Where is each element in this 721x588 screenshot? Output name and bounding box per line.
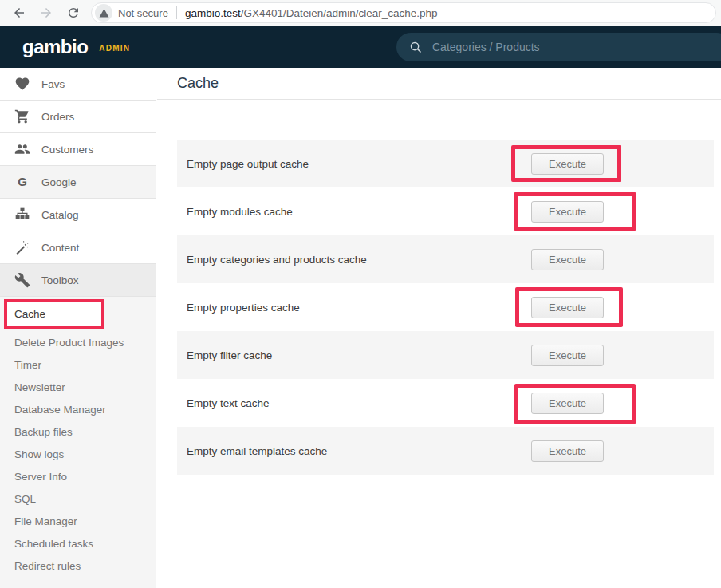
global-search[interactable] — [396, 33, 721, 61]
admin-header: gambio ADMIN — [0, 26, 721, 68]
screen: Not secure gambio.test/GX4401/Dateien/ad… — [0, 0, 721, 588]
sidebar-item-show-logs[interactable]: Show logs — [0, 444, 156, 466]
sidebar-item-cache-highlighted[interactable]: Cache — [4, 299, 104, 329]
sidebar-item-timer[interactable]: Timer — [0, 354, 156, 377]
heart-icon — [14, 76, 30, 92]
sidebar-item-google[interactable]: G Google — [0, 166, 156, 199]
cache-row-page-output: Empty page output cache Execute — [177, 140, 714, 187]
sidebar-item-database-manager[interactable]: Database Manager — [0, 399, 156, 421]
cache-row-filter: Empty filter cache Execute — [177, 331, 714, 379]
browser-toolbar: Not secure gambio.test/GX4401/Dateien/ad… — [0, 0, 721, 26]
url-separator — [176, 6, 177, 19]
execute-button-page-output[interactable]: Execute — [531, 153, 604, 175]
sidebar-item-scheduled-tasks[interactable]: Scheduled tasks — [0, 533, 156, 555]
magic-wand-icon — [14, 239, 30, 255]
execute-button-categories-products[interactable]: Execute — [531, 249, 604, 270]
gambio-logo: gambio — [22, 36, 88, 58]
main-content: Cache Empty page output cache Execute Em… — [157, 68, 721, 588]
cart-icon — [14, 109, 30, 124]
sidebar-item-label: Content — [41, 242, 79, 254]
cache-actions-list: Empty page output cache Execute Empty mo… — [177, 140, 714, 475]
sidebar-item-redirect-rules[interactable]: Redirect rules — [0, 555, 156, 578]
forward-icon[interactable] — [38, 5, 54, 21]
sidebar-item-orders[interactable]: Orders — [0, 101, 156, 133]
wrench-icon — [14, 272, 30, 288]
sidebar-item-file-manager[interactable]: File Manager — [0, 511, 156, 533]
customers-icon — [14, 141, 30, 157]
search-input[interactable] — [432, 41, 672, 53]
execute-button-filter[interactable]: Execute — [531, 345, 604, 366]
execute-button-email-templates[interactable]: Execute — [531, 440, 604, 462]
sidebar-item-label: Cache — [14, 308, 45, 320]
page-header: Cache — [157, 68, 721, 100]
sidebar-item-toolbox[interactable]: Toolbox — [0, 264, 156, 297]
back-icon[interactable] — [11, 5, 27, 21]
sidebar-item-label: Catalog — [41, 209, 79, 221]
sidebar-item-delete-product-images[interactable]: Delete Product Images — [0, 332, 156, 354]
cache-row-label: Empty filter cache — [187, 349, 531, 361]
submenu-list: Delete Product Images Timer Newsletter D… — [0, 332, 156, 578]
sidebar-item-backup-files[interactable]: Backup files — [0, 421, 156, 444]
cache-row-label: Empty modules cache — [187, 206, 531, 218]
sidebar-item-customers[interactable]: Customers — [0, 133, 156, 166]
cache-row-modules: Empty modules cache Execute — [177, 187, 714, 235]
sidebar: Favs Orders Customers G Google Catalog C… — [0, 68, 156, 588]
url-host: gambio.test — [185, 7, 241, 19]
execute-button-modules[interactable]: Execute — [531, 201, 604, 223]
sidebar-item-newsletter[interactable]: Newsletter — [0, 377, 156, 399]
svg-text:G: G — [18, 175, 27, 188]
url-text: gambio.test/GX4401/Dateien/admin/clear_c… — [185, 7, 438, 19]
browser-nav-icons — [0, 5, 91, 21]
not-secure-warning-icon[interactable] — [95, 4, 112, 22]
execute-button-text[interactable]: Execute — [531, 393, 604, 414]
cache-row-text: Empty text cache Execute — [177, 379, 714, 427]
cache-row-label: Empty email templates cache — [187, 445, 531, 457]
sidebar-item-content[interactable]: Content — [0, 231, 156, 264]
cache-row-email-templates: Empty email templates cache Execute — [177, 427, 714, 475]
search-icon — [409, 41, 423, 54]
address-bar[interactable]: Not secure gambio.test/GX4401/Dateien/ad… — [91, 2, 716, 23]
google-icon: G — [14, 174, 30, 190]
cache-row-label: Empty categories and products cache — [187, 254, 531, 266]
sidebar-item-label: Customers — [41, 144, 93, 156]
cache-row-categories-products: Empty categories and products cache Exec… — [177, 235, 714, 283]
sidebar-item-label: Orders — [41, 111, 74, 123]
cache-row-label: Empty page output cache — [187, 158, 531, 170]
page-title: Cache — [177, 75, 219, 92]
execute-button-properties[interactable]: Execute — [531, 297, 604, 318]
catalog-tree-icon — [14, 207, 30, 223]
cache-row-label: Empty properties cache — [187, 302, 531, 314]
sidebar-item-label: Google — [41, 176, 77, 188]
sidebar-item-catalog[interactable]: Catalog — [0, 199, 156, 231]
logo-wrap[interactable]: gambio ADMIN — [22, 26, 130, 68]
refresh-icon[interactable] — [65, 5, 81, 21]
sidebar-item-favs[interactable]: Favs — [0, 68, 156, 101]
url-path: /GX4401/Dateien/admin/clear_cache.php — [241, 7, 438, 19]
sidebar-item-label: Favs — [41, 78, 65, 90]
sidebar-item-server-info[interactable]: Server Info — [0, 466, 156, 488]
sidebar-item-label: Toolbox — [41, 274, 79, 286]
cache-row-label: Empty text cache — [187, 397, 531, 409]
not-secure-label: Not secure — [118, 7, 168, 19]
admin-badge: ADMIN — [99, 44, 130, 53]
sidebar-item-sql[interactable]: SQL — [0, 488, 156, 511]
cache-row-properties: Empty properties cache Execute — [177, 283, 714, 331]
